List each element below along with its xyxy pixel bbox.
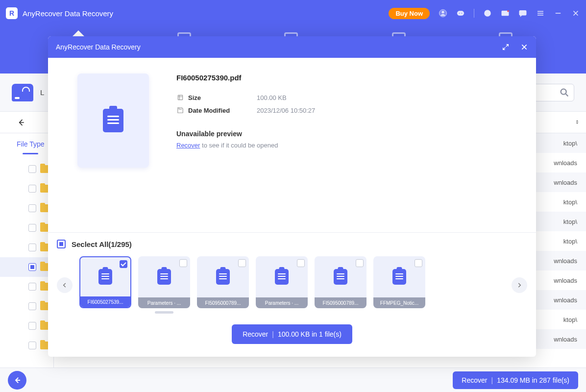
recover-link[interactable]: Recover	[176, 142, 200, 149]
thumbnail-label: Parameters · ...	[256, 297, 308, 308]
clipboard-icon	[157, 269, 171, 285]
account-icon[interactable]	[439, 9, 447, 18]
thumbnail-label: FI6005027539...	[80, 296, 130, 307]
thumbnail[interactable]: Parameters · ...	[256, 256, 308, 308]
tree-checkbox[interactable]	[28, 322, 36, 330]
tree-checkbox[interactable]	[28, 204, 36, 212]
scrub-indicator	[155, 311, 173, 314]
buy-now-button[interactable]: Buy Now	[389, 8, 430, 19]
svg-point-10	[561, 89, 566, 94]
svg-point-4	[461, 13, 462, 14]
recover-label: Recover	[462, 376, 487, 384]
app-title: AnyRecover Data Recovery	[23, 9, 389, 18]
file-thumbnail	[77, 74, 149, 168]
thumbnail-checkbox[interactable]	[415, 259, 422, 267]
thumbnail-label: FI5095000789...	[315, 297, 366, 308]
back-fab-button[interactable]	[8, 371, 26, 390]
tree-item[interactable]	[0, 179, 53, 198]
svg-point-6	[487, 12, 489, 15]
tree-checkbox[interactable]	[28, 342, 36, 349]
back-button[interactable]	[14, 115, 28, 130]
thumbnail-checkbox[interactable]	[179, 259, 187, 267]
close-window-icon[interactable]	[571, 9, 580, 18]
modal-recover-button[interactable]: Recover | 100.00 KB in 1 file(s)	[232, 324, 352, 344]
recover-summary: 134.09 MB in 287 file(s)	[497, 376, 569, 384]
tree-item[interactable]	[0, 336, 53, 355]
thumbnail[interactable]: FI5095000789...	[315, 256, 366, 308]
tree-item[interactable]	[0, 159, 53, 179]
prev-button[interactable]	[57, 277, 73, 293]
tree-item[interactable]	[0, 238, 53, 257]
clipboard-icon	[334, 269, 347, 285]
recover-button[interactable]: Recover | 134.09 MB in 287 file(s)	[453, 371, 578, 389]
thumbnail-checkbox[interactable]	[238, 259, 246, 267]
disk-icon	[12, 84, 33, 101]
select-all-row: Seclect All(1/295)	[48, 232, 536, 252]
tree-checkbox[interactable]	[28, 263, 36, 271]
file-name: FI60050275390.pdf	[176, 74, 536, 82]
modal-recover-summary: 100.00 KB in 1 file(s)	[278, 330, 342, 338]
svg-point-3	[459, 13, 460, 14]
clipboard-icon	[392, 269, 406, 285]
thumbnail-checkbox[interactable]	[120, 260, 127, 268]
thumbnail-label: FI5095000789...	[197, 297, 249, 308]
tree-item[interactable]	[0, 257, 53, 277]
target-icon[interactable]	[483, 9, 492, 18]
tree-checkbox[interactable]	[28, 224, 36, 232]
tree-item[interactable]	[0, 296, 53, 316]
thumbnail-checkbox[interactable]	[297, 259, 305, 267]
expand-icon[interactable]	[502, 43, 510, 51]
tree-checkbox[interactable]	[28, 302, 36, 310]
size-icon	[176, 94, 184, 101]
tree-item[interactable]	[0, 277, 53, 296]
size-value: 100.00 KB	[257, 94, 287, 101]
folder-tree	[0, 155, 53, 355]
tree-checkbox[interactable]	[28, 185, 36, 193]
file-type-tab[interactable]: File Type	[0, 133, 53, 155]
svg-point-1	[442, 11, 444, 14]
thumbnail[interactable]: Parameters · ...	[138, 256, 190, 308]
modal-title: AnyRecover Data Recovery	[56, 43, 141, 51]
modal-header: AnyRecover Data Recovery	[48, 36, 536, 58]
sidebar: File Type	[0, 133, 54, 368]
select-all-label: Seclect All(1/295)	[72, 240, 132, 248]
thumbnail-label: Parameters · ...	[138, 297, 190, 308]
preview-area: FI60050275390.pdf Size 100.00 KB Date Mo…	[48, 58, 536, 232]
modified-value: 2023/12/06 10:50:27	[257, 107, 315, 114]
tree-checkbox[interactable]	[28, 283, 36, 291]
thumbnail-label: FFMPEG_Notic...	[373, 297, 425, 308]
discord-icon[interactable]	[456, 9, 465, 18]
thumbnail[interactable]: FI6005027539...	[79, 256, 131, 308]
clipboard-icon	[216, 269, 230, 285]
svg-rect-2	[457, 11, 464, 16]
tree-item[interactable]	[0, 316, 53, 336]
svg-rect-9	[519, 11, 526, 15]
separator	[474, 9, 474, 18]
title-bar: AnyRecover Data Recovery Buy Now	[0, 0, 586, 26]
menu-icon[interactable]	[536, 9, 545, 18]
close-icon[interactable]	[520, 43, 528, 51]
sort-indicator[interactable]	[574, 119, 580, 126]
preview-modal: AnyRecover Data Recovery FI60050275390.p…	[48, 36, 536, 357]
feedback-icon[interactable]	[518, 9, 527, 18]
svg-rect-11	[178, 95, 182, 99]
mail-icon[interactable]	[501, 9, 510, 18]
thumbnail[interactable]: FFMPEG_Notic...	[373, 256, 425, 308]
tree-checkbox[interactable]	[28, 165, 36, 173]
search-icon	[559, 87, 570, 98]
clipboard-icon	[98, 269, 112, 285]
clipboard-icon	[275, 269, 289, 285]
location-label: L	[40, 88, 44, 97]
tree-item[interactable]	[0, 218, 53, 238]
svg-point-8	[507, 10, 509, 12]
tree-item[interactable]	[0, 198, 53, 218]
thumbnail-checkbox[interactable]	[356, 259, 364, 267]
next-button[interactable]	[512, 277, 527, 293]
clipboard-icon	[103, 109, 123, 132]
minimize-icon[interactable]	[554, 9, 562, 18]
tree-checkbox[interactable]	[28, 244, 36, 251]
select-all-checkbox[interactable]	[57, 240, 66, 248]
modified-label: Date Modified	[188, 107, 257, 114]
thumbnail[interactable]: FI5095000789...	[197, 256, 249, 308]
app-logo-icon	[6, 7, 18, 19]
